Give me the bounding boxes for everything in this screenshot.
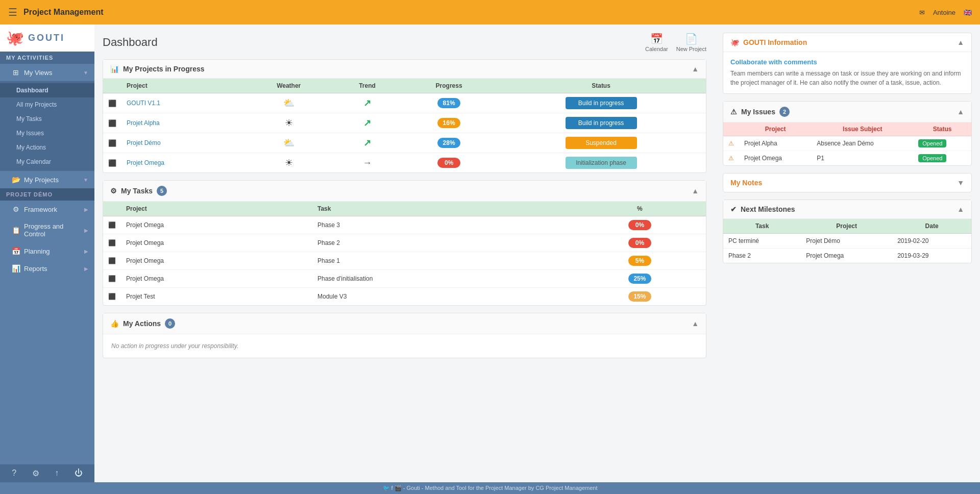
my-projects-label: My Projects	[24, 176, 59, 184]
milestones-col-task: Task	[723, 219, 801, 234]
gouti-info-collapse[interactable]: ▲	[957, 38, 964, 46]
table-row: ⬛ Projet Démo ⛅ ↗ 28% Suspended	[103, 133, 706, 153]
sidebar-framework[interactable]: ⚙ Framework ▶	[0, 201, 94, 218]
issues-collapse-btn[interactable]: ▲	[957, 108, 964, 116]
user-menu[interactable]: Antoine	[933, 9, 955, 16]
views-icon: ⊞	[12, 68, 20, 77]
progress-cell: 81%	[402, 93, 496, 113]
trend-cell: ↗	[333, 113, 402, 133]
my-views-label: My Views	[24, 69, 52, 77]
help-icon[interactable]: ?	[12, 468, 16, 478]
issues-title-text: My Issues	[741, 108, 775, 116]
project-name[interactable]: Projet Omega	[121, 153, 245, 173]
milestone-project: Projet Omega	[801, 249, 892, 263]
col-trend: Trend	[333, 79, 402, 93]
gouti-info-description: Team members can write a message on task…	[730, 69, 964, 87]
status-cell: Initialization phase	[496, 153, 706, 173]
col-project: Project	[121, 79, 245, 93]
projects-card-header: 📊 My Projects in Progress ▲	[103, 60, 706, 79]
issue-subject: P1	[812, 151, 913, 166]
right-panel: 🐙 GOUTI Information ▲ Collaborate with c…	[715, 24, 980, 482]
trend-cell: ↗	[333, 133, 402, 153]
tasks-count-badge: 5	[157, 186, 167, 196]
projects-card-body: Project Weather Trend Progress Status ⬛ …	[103, 79, 706, 172]
tasks-col-percent: %	[574, 202, 706, 216]
sidebar-item-my-tasks[interactable]: My Tasks	[0, 112, 94, 126]
table-row: ⬛ Projet Omega Phase 1 5%	[103, 252, 706, 270]
mail-icon[interactable]: ✉	[919, 9, 925, 16]
task-project: Projet Omega	[121, 252, 312, 270]
actions-card-icon: 👍	[110, 319, 119, 328]
row-icon: ⬛	[103, 113, 121, 133]
milestones-col-date: Date	[892, 219, 971, 234]
projects-icon: 📂	[12, 176, 20, 184]
tasks-collapse-btn[interactable]: ▲	[692, 187, 699, 195]
progress-icon: 📋	[12, 226, 20, 234]
weather-cell: ⛅	[245, 133, 333, 153]
project-name[interactable]: Projet Démo	[121, 133, 245, 153]
collaborate-link[interactable]: Collaborate with comments	[730, 58, 964, 66]
actions-card-title: My Actions	[123, 319, 161, 328]
actions-count-badge: 0	[165, 318, 175, 329]
milestones-collapse-btn[interactable]: ▲	[957, 205, 964, 213]
progress-cell: 16%	[402, 113, 496, 133]
issues-icon: ⚠	[730, 108, 737, 116]
row-icon: ⬛	[103, 234, 121, 252]
sidebar-item-dashboard[interactable]: Dashboard	[0, 83, 94, 97]
hamburger-menu[interactable]: ☰	[8, 6, 17, 18]
row-icon: ⬛	[103, 252, 121, 270]
projects-card: 📊 My Projects in Progress ▲ Project Weat…	[103, 59, 706, 173]
tasks-card-title: My Tasks	[121, 187, 153, 195]
views-chevron: ▼	[83, 70, 88, 76]
table-row: ⚠ Projet Alpha Absence Jean Démo Opened	[723, 136, 971, 151]
topbar: ☰ Project Management ✉ Antoine 🇬🇧	[0, 0, 980, 24]
topbar-right: ✉ Antoine 🇬🇧	[919, 9, 972, 16]
row-icon: ⬛	[103, 216, 121, 234]
sidebar-my-projects[interactable]: 📂 My Projects ▼	[0, 171, 94, 188]
gouti-logo: 🐙	[730, 38, 739, 46]
sidebar-planning[interactable]: 📅 Planning ▶	[0, 242, 94, 260]
milestone-task: Phase 2	[723, 249, 801, 263]
trend-cell: ↗	[333, 93, 402, 113]
power-icon[interactable]: ⏻	[75, 468, 83, 478]
task-name: Phase 3	[312, 216, 574, 234]
tasks-card-body: Project Task % ⬛ Projet Omega Phase 3 0%…	[103, 202, 706, 305]
issue-alert-icon: ⚠	[723, 151, 739, 166]
projects-collapse-btn[interactable]: ▲	[692, 65, 699, 73]
notes-collapse-btn[interactable]: ▼	[957, 179, 964, 187]
footer-text: 🐦 f 🎬 - Gouti - Method and Tool for the …	[383, 485, 598, 491]
progress-cell: 28%	[402, 133, 496, 153]
sidebar-item-all-projects[interactable]: All my Projects	[0, 97, 94, 112]
task-percent: 0%	[574, 216, 706, 234]
notes-card: My Notes ▼	[723, 173, 972, 192]
upload-icon[interactable]: ↑	[55, 468, 59, 478]
row-icon: ⬛	[103, 270, 121, 288]
calendar-icon: 📅	[650, 33, 663, 45]
settings-icon[interactable]: ⚙	[32, 468, 39, 478]
sidebar: 🐙 GOUTI MY ACTIVITIES ⊞ My Views ▼ Dashb…	[0, 24, 94, 482]
sidebar-item-my-calendar[interactable]: My Calendar	[0, 155, 94, 169]
sidebar-progress-control[interactable]: 📋 Progress and Control ▶	[0, 218, 94, 242]
tasks-table: Project Task % ⬛ Projet Omega Phase 3 0%…	[103, 202, 706, 305]
sidebar-my-views[interactable]: ⊞ My Views ▼	[0, 64, 94, 81]
table-row: ⬛ GOUTI V1.1 ⛅ ↗ 81% Build in progress	[103, 93, 706, 113]
notes-card-header[interactable]: My Notes ▼	[723, 174, 971, 192]
projects-table: Project Weather Trend Progress Status ⬛ …	[103, 79, 706, 172]
sidebar-item-my-actions[interactable]: My Actions	[0, 140, 94, 155]
actions-collapse-btn[interactable]: ▲	[692, 319, 699, 328]
issue-status: Opened	[913, 136, 971, 151]
issues-table: Project Issue Subject Status ⚠ Projet Al…	[723, 122, 971, 165]
page-title: Dashboard	[103, 36, 158, 49]
sidebar-item-my-issues[interactable]: My Issues	[0, 126, 94, 140]
sidebar-reports[interactable]: 📊 Reports ▶	[0, 260, 94, 277]
project-name[interactable]: GOUTI V1.1	[121, 93, 245, 113]
projects-chevron: ▼	[83, 177, 88, 183]
projet-demo-label: PROJET DÉMO	[0, 188, 94, 201]
calendar-button[interactable]: 📅 Calendar	[645, 33, 668, 52]
flag-icon[interactable]: 🇬🇧	[964, 9, 972, 16]
task-name: Phase 2	[312, 234, 574, 252]
issue-project: Projet Omega	[739, 151, 812, 166]
new-project-button[interactable]: 📄 New Project	[676, 33, 706, 52]
table-row: ⬛ Projet Test Module V3 15%	[103, 288, 706, 306]
project-name[interactable]: Projet Alpha	[121, 113, 245, 133]
